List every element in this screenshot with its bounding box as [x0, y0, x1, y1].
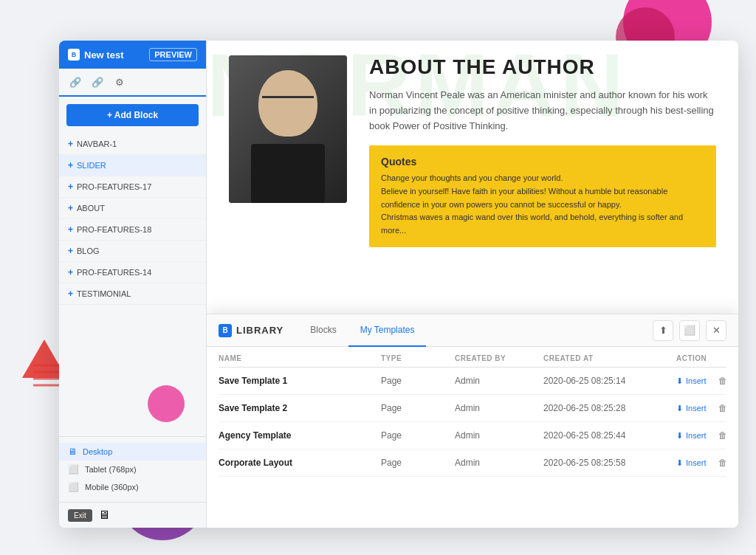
- device-label: Desktop: [83, 447, 112, 456]
- link-icon-2[interactable]: 🔗: [90, 75, 105, 89]
- row-action: ⬇ Insert 🗑 Export ↗: [676, 403, 738, 413]
- insert-button[interactable]: ⬇ Insert: [676, 376, 707, 386]
- main-content: NORMAN ABOUT THE AUTHOR Norman Vincent P…: [207, 41, 738, 528]
- sidebar-item-slider[interactable]: + SLIDER: [59, 155, 206, 176]
- row-action: ⬇ Insert 🗑 Export ↗: [676, 430, 738, 441]
- author-description: Norman Vincent Peale was an American min…: [369, 88, 716, 134]
- sidebar-item-label: ABOUT: [77, 204, 105, 213]
- col-type: TYPE: [381, 354, 455, 362]
- row-name: Corporate Layout: [219, 458, 381, 468]
- link-icon-1[interactable]: 🔗: [68, 75, 83, 89]
- sidebar-header: B New test PREVIEW: [59, 41, 206, 69]
- mobile-icon: ⬜: [68, 482, 79, 492]
- tablet-icon: ⬜: [68, 464, 79, 475]
- library-header-actions: ⬆ ⬜ ✕: [653, 320, 726, 341]
- device-tablet[interactable]: ⬜ Tablet (768px): [59, 461, 206, 478]
- row-type: Page: [381, 458, 455, 468]
- insert-icon: ⬇: [676, 431, 683, 441]
- bg-dot-pink-small: [148, 385, 185, 422]
- quotes-text-3: Christmas waves a magic wand over this w…: [381, 211, 704, 237]
- sidebar-footer: Exit 🖥: [59, 502, 206, 528]
- col-created-by: CREATED BY: [455, 354, 543, 362]
- row-type: Page: [381, 430, 455, 441]
- sidebar-item-plus: +: [68, 224, 73, 235]
- library-logo: B LIBRARY: [219, 324, 284, 337]
- device-label: Tablet (768px): [85, 465, 137, 474]
- sidebar-item-label: PRO-FEATURES-18: [77, 225, 151, 234]
- sidebar-item-pro-features-14[interactable]: + PRO-FEATURES-14: [59, 262, 206, 283]
- insert-label: Insert: [686, 376, 707, 385]
- desktop-icon: 🖥: [68, 447, 77, 457]
- row-type: Page: [381, 376, 455, 386]
- sidebar-item-plus: +: [68, 182, 73, 192]
- insert-button[interactable]: ⬇ Insert: [676, 404, 707, 413]
- table-row: Save Template 2 Page Admin 2020-06-25 08…: [219, 395, 726, 422]
- sidebar-item-label: TESTIMONIAL: [77, 289, 131, 298]
- sidebar-item-testimonial[interactable]: + TESTIMONIAL: [59, 283, 206, 305]
- table-row: Corporate Layout Page Admin 2020-06-25 0…: [219, 449, 726, 477]
- row-created-at: 2020-06-25 08:25:44: [543, 430, 676, 441]
- row-created-at: 2020-06-25 08:25:14: [543, 376, 676, 386]
- author-photo: [229, 55, 347, 203]
- row-type: Page: [381, 403, 455, 413]
- quotes-section: Quotes Change your thoughts and you chan…: [369, 145, 716, 247]
- library-logo-icon: B: [219, 324, 232, 337]
- device-label: Mobile (360px): [85, 483, 139, 492]
- sidebar-item-label: SLIDER: [77, 161, 106, 170]
- sidebar-item-navbar-1[interactable]: + NAVBAR-1: [59, 134, 206, 155]
- row-name: Save Template 2: [219, 403, 381, 413]
- upload-button[interactable]: ⬆: [653, 320, 673, 341]
- insert-label: Insert: [686, 431, 707, 440]
- row-created-by: Admin: [455, 458, 543, 468]
- row-name: Agency Template: [219, 430, 381, 441]
- sidebar-item-label: NAVBAR-1: [77, 139, 117, 148]
- row-created-at: 2020-06-25 08:25:58: [543, 458, 676, 468]
- row-created-at: 2020-06-25 08:25:28: [543, 403, 676, 413]
- tab-my-templates[interactable]: My Templates: [348, 314, 427, 347]
- sidebar-item-plus: +: [68, 203, 73, 213]
- sidebar-logo: B New test: [68, 49, 123, 61]
- delete-icon[interactable]: 🗑: [718, 458, 727, 468]
- copy-button[interactable]: ⬜: [679, 320, 700, 341]
- device-desktop[interactable]: 🖥 Desktop: [59, 443, 206, 461]
- preview-button[interactable]: PREVIEW: [149, 48, 197, 61]
- delete-icon[interactable]: 🗑: [718, 376, 727, 386]
- settings-icon[interactable]: ⚙: [112, 75, 127, 89]
- library-header: B LIBRARY Blocks My Templates ⬆ ⬜ ✕: [207, 314, 738, 347]
- add-block-button[interactable]: + Add Block: [66, 104, 199, 126]
- insert-icon: ⬇: [676, 404, 683, 413]
- sidebar-item-label: PRO-FEATURES-14: [77, 268, 151, 277]
- sidebar-item-about[interactable]: + ABOUT: [59, 198, 206, 219]
- delete-icon[interactable]: 🗑: [718, 403, 727, 413]
- face-glasses: [262, 96, 314, 98]
- sidebar-item-pro-features-17[interactable]: + PRO-FEATURES-17: [59, 176, 206, 198]
- row-action: ⬇ Insert 🗑 Export ↗: [676, 376, 738, 386]
- device-mobile[interactable]: ⬜ Mobile (360px): [59, 478, 206, 496]
- sidebar-item-pro-features-18[interactable]: + PRO-FEATURES-18: [59, 219, 206, 241]
- insert-button[interactable]: ⬇ Insert: [676, 458, 707, 468]
- sidebar-item-blog[interactable]: + BLOG: [59, 241, 206, 262]
- quotes-text-1: Change your thoughts and you change your…: [381, 172, 704, 185]
- exit-button[interactable]: Exit: [68, 509, 92, 522]
- face-head: [258, 70, 317, 137]
- sidebar-items: + NAVBAR-1 + SLIDER + PRO-FEATURES-17 + …: [59, 134, 206, 436]
- insert-icon: ⬇: [676, 458, 683, 468]
- author-title: ABOUT THE AUTHOR: [369, 55, 716, 79]
- sidebar-item-plus: +: [68, 160, 73, 170]
- sidebar-logo-icon: B: [68, 49, 80, 61]
- insert-label: Insert: [686, 404, 707, 413]
- library-panel: B LIBRARY Blocks My Templates ⬆ ⬜ ✕ NAME…: [207, 314, 738, 528]
- row-created-by: Admin: [455, 430, 543, 441]
- delete-icon[interactable]: 🗑: [718, 430, 727, 441]
- col-created-at: CREATED AT: [543, 354, 676, 362]
- quotes-text-2: Believe in yourself! Have faith in your …: [381, 185, 704, 211]
- library-title: LIBRARY: [236, 325, 284, 336]
- insert-button[interactable]: ⬇ Insert: [676, 431, 707, 441]
- tab-blocks[interactable]: Blocks: [298, 314, 348, 347]
- close-library-button[interactable]: ✕: [706, 320, 726, 341]
- author-photo-placeholder: [229, 55, 347, 203]
- library-tabs: Blocks My Templates: [298, 314, 426, 347]
- table-row: Save Template 1 Page Admin 2020-06-25 08…: [219, 368, 726, 395]
- row-name: Save Template 1: [219, 376, 381, 386]
- browser-window: B New test PREVIEW 🔗 🔗 ⚙ + Add Block + N…: [59, 41, 738, 528]
